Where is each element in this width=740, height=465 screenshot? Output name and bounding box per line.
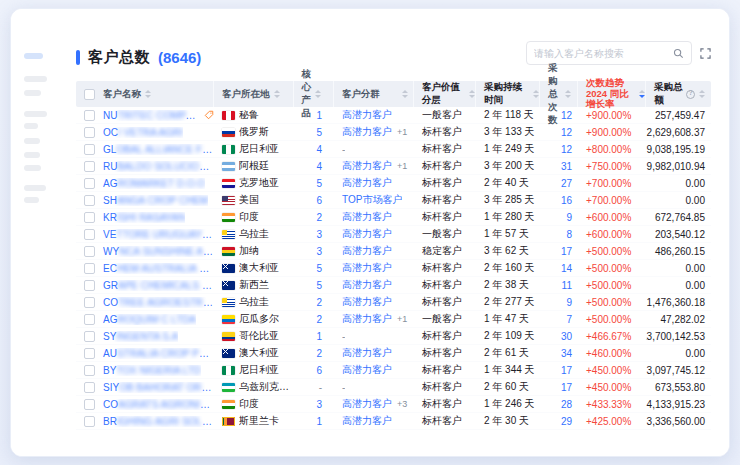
- segment-link[interactable]: -: [342, 144, 345, 155]
- core-product-link[interactable]: 4: [316, 161, 322, 172]
- table-row[interactable]: COAGRATS AGRONICA PRIVATE ... 印度 3 高潜力客户…: [76, 396, 711, 413]
- segment-link[interactable]: 高潜力客户: [342, 414, 392, 428]
- row-checkbox[interactable]: [84, 399, 95, 410]
- sort-icon[interactable]: [533, 90, 539, 98]
- sort-icon[interactable]: [274, 90, 280, 98]
- col-header-segment[interactable]: 客户分群: [342, 88, 380, 101]
- purchase-count-link[interactable]: 29: [561, 416, 572, 427]
- purchase-count-link[interactable]: 8: [566, 229, 572, 240]
- sidebar-item[interactable]: [24, 185, 46, 191]
- purchase-count-link[interactable]: 11: [562, 280, 572, 291]
- table-row[interactable]: SHANGA CROP CHEM 美国 6 TOP市场客户 标杆客户 3 年 2…: [76, 192, 711, 209]
- row-checkbox[interactable]: [84, 280, 95, 291]
- customer-name-link[interactable]: BYTOX NIGERIA LTD: [103, 365, 201, 376]
- core-product-link[interactable]: 1: [316, 331, 322, 342]
- sidebar-item[interactable]: [24, 123, 38, 129]
- core-product-link[interactable]: 1: [316, 110, 322, 121]
- row-checkbox[interactable]: [84, 365, 95, 376]
- purchase-count-link[interactable]: 28: [561, 399, 572, 410]
- col-header-name[interactable]: 客户名称: [103, 88, 141, 101]
- sort-icon[interactable]: [145, 90, 151, 98]
- table-row[interactable]: AGROQUIM C LTDA 厄瓜多尔 2 高潜力客户 +1 一般客户 1 年…: [76, 311, 711, 328]
- segment-link[interactable]: -: [342, 382, 345, 393]
- col-header-trend-line1[interactable]: 次数趋势: [586, 78, 635, 89]
- sort-icon[interactable]: [469, 90, 475, 98]
- sidebar-item[interactable]: [24, 138, 40, 144]
- core-product-link[interactable]: 5: [316, 280, 322, 291]
- row-checkbox[interactable]: [84, 178, 95, 189]
- core-product-link[interactable]: 3: [316, 246, 322, 257]
- purchase-count-link[interactable]: 14: [561, 263, 572, 274]
- customer-name-link[interactable]: AGROMARKET D.O.O: [103, 178, 205, 189]
- customer-name-link[interactable]: WYNCA SUNSHINE AGRO PRODU...: [103, 246, 214, 257]
- sidebar-item[interactable]: [24, 90, 41, 96]
- row-checkbox[interactable]: [84, 416, 95, 427]
- customer-name-link[interactable]: COTREE AGROESTRINA ALIANZ R...: [103, 297, 214, 308]
- sort-icon[interactable]: [699, 90, 705, 98]
- sort-icon[interactable]: [315, 90, 321, 98]
- customer-name-link[interactable]: GRAPE CHEMICALS LIMITED: [103, 280, 214, 291]
- select-all-checkbox[interactable]: [84, 89, 95, 100]
- purchase-count-link[interactable]: 17: [561, 246, 572, 257]
- purchase-count-link[interactable]: 9: [566, 212, 572, 223]
- table-row[interactable]: BYTOX NIGERIA LTD 尼日利亚 6 高潜力客户 标杆客户 1 年 …: [76, 362, 711, 379]
- purchase-count-link[interactable]: 34: [561, 348, 572, 359]
- table-row[interactable]: ECHEM AUSTRALIA PTY LIMITED 澳大利亚 5 高潜力客户…: [76, 260, 711, 277]
- fullscreen-expand-icon[interactable]: [700, 48, 711, 59]
- core-product-link[interactable]: 4: [316, 144, 322, 155]
- core-product-link[interactable]: 6: [316, 365, 322, 376]
- table-row[interactable]: SIYOB BAHORAT ORZU FORMER X... 乌兹别克斯坦 - …: [76, 379, 711, 396]
- customer-name-link[interactable]: ECHEM AUSTRALIA PTY LIMITED: [103, 263, 214, 274]
- core-product-link[interactable]: 6: [316, 195, 322, 206]
- customer-name-link[interactable]: COAGRATS AGRONICA PRIVATE ...: [103, 399, 214, 410]
- info-icon[interactable]: [686, 90, 695, 99]
- purchase-count-link[interactable]: 27: [561, 178, 572, 189]
- table-row[interactable]: AUSTRALIA CROP PROTECTION P... 澳大利亚 2 高潜…: [76, 345, 711, 362]
- customer-name-link[interactable]: SYINGENTA S.A: [103, 331, 178, 342]
- core-product-link[interactable]: 1: [316, 416, 322, 427]
- customer-name-link[interactable]: GLOBAL ALLIANCE FOR CHEMICA...: [103, 144, 214, 155]
- purchase-count-link[interactable]: 17: [561, 365, 572, 376]
- customer-name-link[interactable]: RUBALDO SOLUCIONES S.A: [103, 161, 214, 172]
- table-row[interactable]: WYNCA SUNSHINE AGRO PRODU... 加纳 3 高潜力客户 …: [76, 243, 711, 260]
- row-checkbox[interactable]: [84, 382, 95, 393]
- purchase-count-link[interactable]: 7: [566, 314, 572, 325]
- core-product-link[interactable]: 5: [316, 263, 322, 274]
- table-row[interactable]: VETTORE URUGUAY S.R.L 乌拉圭 3 高潜力客户 一般客户 1…: [76, 226, 711, 243]
- segment-link[interactable]: 高潜力客户: [342, 159, 392, 173]
- core-product-link[interactable]: 2: [316, 348, 322, 359]
- row-checkbox[interactable]: [84, 144, 95, 155]
- core-product-link[interactable]: 5: [316, 178, 322, 189]
- row-checkbox[interactable]: [84, 229, 95, 240]
- table-row[interactable]: GRAPE CHEMICALS LIMITED 新西兰 5 高潜力客户 标杆客户…: [76, 277, 711, 294]
- segment-link[interactable]: 高潜力客户: [342, 244, 392, 258]
- table-row[interactable]: RUBALDO SOLUCIONES S.A 阿根廷 4 高潜力客户 +1 标杆…: [76, 158, 711, 175]
- segment-link[interactable]: 高潜力客户: [342, 397, 392, 411]
- sidebar-item[interactable]: [24, 152, 40, 158]
- customer-name-link[interactable]: OCI VETRA AGRI: [103, 127, 183, 138]
- sidebar-item[interactable]: [24, 165, 41, 171]
- purchase-count-link[interactable]: 30: [561, 331, 572, 342]
- segment-link[interactable]: 高潜力客户: [342, 108, 392, 122]
- core-product-link[interactable]: -: [319, 382, 322, 393]
- col-header-tier[interactable]: 客户价值分层: [422, 81, 465, 107]
- segment-link[interactable]: TOP市场客户: [342, 193, 402, 207]
- core-product-link[interactable]: 3: [316, 229, 322, 240]
- segment-link[interactable]: 高潜力客户: [342, 125, 392, 139]
- customer-name-link[interactable]: SHANGA CROP CHEM: [103, 195, 208, 206]
- col-header-amount[interactable]: 采购总额: [654, 81, 683, 107]
- table-row[interactable]: OCI VETRA AGRI 俄罗斯 5 高潜力客户 +1 标杆客户 3 年 1…: [76, 124, 711, 141]
- core-product-link[interactable]: 2: [316, 212, 322, 223]
- customer-name-link[interactable]: KRISHI RASAYAN: [103, 212, 185, 223]
- segment-link[interactable]: 高潜力客户: [342, 227, 392, 241]
- customer-name-link[interactable]: AGROQUIM C LTDA: [103, 314, 196, 325]
- purchase-count-link[interactable]: 31: [561, 161, 572, 172]
- sort-icon[interactable]: [402, 90, 408, 98]
- segment-link[interactable]: 高潜力客户: [342, 312, 392, 326]
- segment-link[interactable]: 高潜力客户: [342, 346, 392, 360]
- sidebar-item[interactable]: [24, 111, 47, 117]
- segment-link[interactable]: -: [342, 331, 345, 342]
- row-checkbox[interactable]: [84, 110, 95, 121]
- segment-link[interactable]: 高潜力客户: [342, 176, 392, 190]
- customer-name-link[interactable]: VETTORE URUGUAY S.R.L: [103, 229, 214, 240]
